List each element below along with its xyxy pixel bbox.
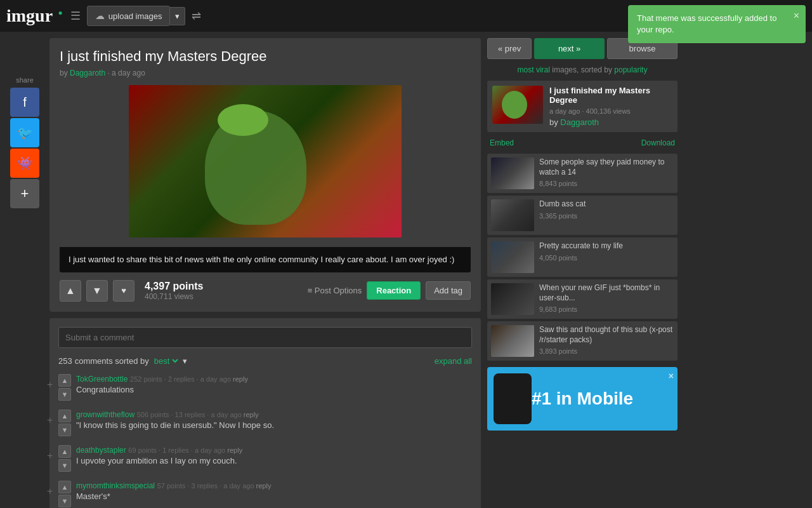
upvote-button[interactable]: ▲ (60, 280, 81, 302)
comment-author[interactable]: deathbystapler (76, 446, 126, 455)
sidebar-item-info: When your new GIF just *bombs* in user-s… (539, 283, 674, 315)
comment-expand-button[interactable]: + (47, 379, 53, 391)
sidebar-item-points: 3,365 points (539, 212, 674, 220)
sidebar-list-item[interactable]: When your new GIF just *bombs* in user-s… (487, 279, 678, 319)
comment-meta: 69 points · 1 replies · a day ago (128, 446, 227, 454)
reddit-share-button[interactable]: 👾 (10, 149, 39, 178)
featured-author-line: by Daggaroth (549, 117, 672, 127)
ad-text: #1 in Mobile (532, 389, 633, 409)
sidebar-list-item[interactable]: Saw this and thought of this sub (x-post… (487, 321, 678, 361)
comment-reply-link[interactable]: reply (233, 375, 248, 383)
post-author-link[interactable]: Daggaroth (70, 69, 105, 77)
comment-author[interactable]: grownwiththeflow (76, 410, 134, 419)
featured-author[interactable]: Daggaroth (560, 117, 599, 127)
comment-author[interactable]: mymomthinksimspecial (76, 481, 155, 490)
upload-button-group: ☁ upload images ▾ (87, 6, 186, 26)
downvote-button[interactable]: ▼ (86, 280, 108, 302)
vote-views: 400,711 views (145, 292, 203, 301)
comment-votes: ▲ ▼ (58, 445, 71, 472)
reaction-button[interactable]: Reaction (367, 281, 421, 300)
addtag-button[interactable]: Add tag (426, 281, 471, 300)
sidebar-item-points: 4,050 points (539, 254, 674, 262)
sidebar-thumb (491, 157, 534, 189)
sidebar-thumb (491, 199, 534, 231)
toast-close-button[interactable]: × (794, 9, 799, 23)
featured-meta: a day ago · 400,136 views (549, 107, 672, 115)
comment-upvote-button[interactable]: ▲ (58, 445, 71, 458)
comment-reply-link[interactable]: reply (244, 411, 259, 418)
post-image-container (60, 85, 471, 239)
comment-text: Master's* (76, 491, 472, 501)
logo[interactable]: imgur ● (6, 6, 63, 26)
prev-button[interactable]: « prev (487, 38, 532, 59)
upload-label: upload images (108, 11, 162, 21)
expand-all-button[interactable]: expand all (435, 356, 472, 366)
post-card: I just finished my Masters Degree by Dag… (49, 38, 481, 312)
menu-icon[interactable]: ☰ (70, 9, 81, 23)
comment-downvote-button[interactable]: ▼ (58, 424, 71, 436)
featured-time: a day ago (549, 107, 580, 115)
comment-item: + ▲ ▼ TokGreenbottle 252 points · 2 repl… (58, 374, 472, 401)
comment-body: mymomthinksimspecial 57 points · 3 repli… (76, 481, 472, 507)
upload-button[interactable]: ☁ upload images (87, 6, 171, 26)
featured-item[interactable]: I just finished my Masters Degree a day … (487, 81, 678, 132)
comments-sorted-label: comments sorted by (75, 356, 149, 366)
comment-upvote-button[interactable]: ▲ (58, 481, 71, 493)
sidebar-item-info: Dumb ass cat 3,365 points (539, 199, 674, 231)
post-options-button[interactable]: ≡ Post Options (308, 286, 362, 295)
comment-meta: 506 points · 13 replies · a day ago (137, 411, 244, 418)
sidebar-item-title: When your new GIF just *bombs* in user-s… (539, 283, 674, 303)
comment-downvote-button[interactable]: ▼ (58, 495, 71, 507)
sidebar-list-item[interactable]: Dumb ass cat 3,365 points (487, 196, 678, 235)
comment-input[interactable] (58, 327, 472, 348)
comments-section: 253 comments sorted by best ▾ expand all… (49, 318, 481, 509)
comment-body: TokGreenbottle 252 points · 2 replies · … (76, 374, 472, 401)
comments-list: + ▲ ▼ TokGreenbottle 252 points · 2 repl… (58, 374, 472, 507)
comment-body: grownwiththeflow 506 points · 13 replies… (76, 410, 472, 436)
comment-expand-button[interactable]: + (47, 415, 53, 426)
images-text: images, sorted by (552, 65, 614, 74)
ad-close-button[interactable]: × (669, 371, 674, 381)
sidebar-item-info: Pretty accurate to my life 4,050 points (539, 241, 674, 273)
main-layout: share f 🐦 👾 + I just finished my Masters… (0, 32, 812, 508)
sidebar-list-item[interactable]: Pretty accurate to my life 4,050 points (487, 237, 678, 277)
logo-text: imgur (6, 6, 53, 25)
vote-points: 4,397 points (145, 281, 203, 292)
post-title: I just finished my Masters Degree (60, 48, 471, 65)
logo-badge: ● (58, 8, 63, 17)
featured-info: I just finished my Masters Degree a day … (549, 86, 672, 127)
post-meta: by Daggaroth · a day ago (60, 69, 471, 77)
download-link[interactable]: Download (641, 138, 675, 147)
sidebar-list: Some people say they paid money to watch… (487, 154, 678, 361)
next-button[interactable]: next » (534, 38, 605, 59)
upload-dropdown-button[interactable]: ▾ (170, 7, 185, 25)
sidebar-thumb (491, 283, 534, 315)
share-label: share (16, 76, 34, 84)
comment-reply-link[interactable]: reply (227, 446, 242, 454)
share-sidebar: share f 🐦 👾 + (6, 38, 43, 508)
comment-downvote-button[interactable]: ▼ (58, 459, 71, 472)
comment-upvote-button[interactable]: ▲ (58, 374, 71, 387)
comment-upvote-button[interactable]: ▲ (58, 410, 71, 422)
embed-link[interactable]: Embed (490, 138, 514, 147)
favorite-button[interactable]: ♥ (113, 280, 134, 302)
comment-expand-button[interactable]: + (47, 450, 53, 462)
sort-select[interactable]: best (152, 356, 180, 366)
sidebar-item-points: 3,893 points (539, 347, 674, 355)
shuffle-icon[interactable]: ⇌ (192, 9, 201, 23)
twitter-share-button[interactable]: 🐦 (10, 118, 39, 147)
featured-thumb (492, 86, 543, 124)
comment-downvote-button[interactable]: ▼ (58, 388, 71, 401)
post-time: a day ago (112, 69, 145, 77)
sidebar-item-info: Some people say they paid money to watch… (539, 157, 674, 189)
comment-expand-button[interactable]: + (47, 486, 53, 497)
sidebar-item-info: Saw this and thought of this sub (x-post… (539, 325, 674, 357)
comment-author[interactable]: TokGreenbottle (76, 375, 128, 384)
vote-info: 4,397 points 400,711 views (145, 281, 203, 301)
comment-text: Congratulations (76, 385, 472, 394)
add-share-button[interactable]: + (10, 179, 39, 208)
sidebar-list-item[interactable]: Some people say they paid money to watch… (487, 154, 678, 193)
facebook-share-button[interactable]: f (10, 88, 39, 117)
comment-reply-link[interactable]: reply (256, 482, 272, 490)
cloud-icon: ☁ (95, 10, 105, 22)
